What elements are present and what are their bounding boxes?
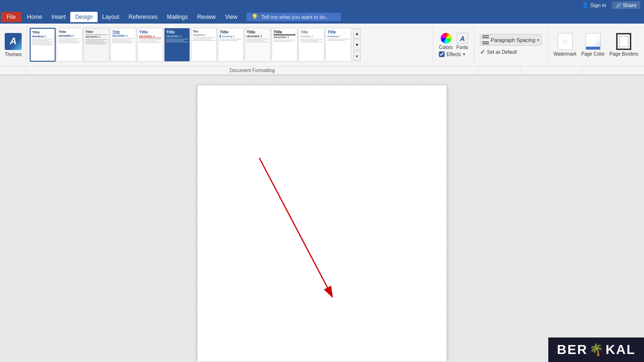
style-item-1[interactable]: Title Heading 1 [30, 28, 56, 62]
signin-button[interactable]: 👤 Sign in [578, 1, 610, 9]
menu-item-view[interactable]: View [221, 12, 242, 22]
effects-row: Effects ▾ [439, 51, 468, 57]
menu-bar: File Home Insert Design Layout Reference… [0, 10, 644, 24]
paragraph-spacing-section: Paragraph Spacing ▾ ✓ Set as Default [474, 25, 548, 64]
colors-button[interactable]: Colors [439, 33, 453, 50]
set-default-checkmark: ✓ [480, 49, 485, 56]
gallery-scroll: ▲ ▼ ▾ [353, 28, 361, 61]
menu-item-file[interactable]: File [1, 12, 21, 22]
menu-item-insert[interactable]: Insert [47, 12, 70, 22]
paragraph-spacing-dropdown-icon: ▾ [537, 38, 539, 42]
effects-dropdown-icon: ▾ [463, 52, 465, 57]
paragraph-spacing-icon [482, 35, 489, 44]
gallery-scroll-up[interactable]: ▲ [353, 28, 361, 39]
themes-icon: A [5, 33, 22, 50]
colors-icon [440, 33, 452, 44]
style-item-11[interactable]: Title Heading 1 [298, 28, 324, 62]
themes-section: A Themes [0, 25, 27, 64]
style-item-6[interactable]: Title HEADING 1 [164, 28, 190, 62]
page-color-button[interactable]: Page Color [581, 33, 605, 57]
share-icon: 🔗 [616, 3, 621, 8]
menu-item-layout[interactable]: Layout [98, 12, 124, 22]
logo-text-right: KAL [605, 342, 636, 357]
menu-item-mailings[interactable]: Mailings [162, 12, 192, 22]
style-item-9[interactable]: Title HEADING 1 [245, 28, 271, 62]
style-item-10[interactable]: Title HEADING 1 [272, 28, 297, 62]
document-page [197, 85, 447, 361]
menu-item-design[interactable]: Design [70, 12, 97, 22]
style-item-7[interactable]: Tru Heading 1 [191, 28, 217, 62]
watermark-icon: W [558, 33, 573, 50]
style-item-2[interactable]: Title HEADING 1 [57, 28, 83, 62]
search-box[interactable]: 💡 Tell me what you want to do... [247, 13, 341, 21]
menu-item-home[interactable]: Home [22, 12, 47, 22]
themes-button[interactable]: A Themes [5, 33, 22, 57]
person-icon: 👤 [582, 2, 589, 8]
gallery-scroll-down[interactable]: ▼ [353, 40, 361, 50]
style-item-12[interactable]: Title Heading 1 [325, 28, 351, 62]
share-button[interactable]: 🔗 Share [612, 1, 640, 9]
page-color-icon [586, 33, 601, 50]
set-as-default-row: ✓ Set as Default [480, 49, 542, 56]
paragraph-spacing-button[interactable]: Paragraph Spacing ▾ [480, 34, 542, 46]
colors-fonts-section: Colors A Fonts Effects ▾ [433, 25, 474, 64]
section-label-colors-fonts [479, 66, 521, 74]
main-area [0, 75, 644, 361]
page-borders-button[interactable]: Page Borders [610, 33, 638, 57]
fonts-icon: A [457, 33, 468, 44]
page-borders-icon [616, 33, 631, 50]
section-label-themes [0, 66, 26, 74]
menu-item-review[interactable]: Review [192, 12, 220, 22]
style-item-5[interactable]: Title HEADING 1 [137, 28, 163, 62]
watermark-button[interactable]: W Watermark [553, 33, 577, 57]
section-label-document-formatting: Document Formatting [26, 66, 479, 74]
page-background-section: W Watermark Page Color Page Borders [548, 25, 644, 64]
style-item-8[interactable]: Title Heading 1 [218, 28, 244, 62]
gallery-more[interactable]: ▾ [353, 51, 361, 61]
section-label-page-background [583, 66, 644, 74]
ribbon: A Themes Title Heading 1 Title [0, 24, 644, 75]
menu-item-references[interactable]: References [124, 12, 162, 22]
style-item-4[interactable]: Title HEADING 1 [110, 28, 136, 62]
section-label-paragraph-spacing [521, 66, 583, 74]
bottom-logo: BER 🌴 KAL [548, 337, 644, 362]
logo-text-left: BER [557, 342, 587, 357]
style-item-3[interactable]: Title HEADING 1 [83, 28, 109, 62]
search-icon: 💡 [251, 14, 258, 20]
logo-icon: 🌴 [589, 343, 603, 356]
effects-checkbox[interactable] [439, 51, 445, 57]
style-gallery-section: Title Heading 1 Title HEADING 1 [27, 25, 433, 64]
fonts-button[interactable]: A Fonts [456, 33, 468, 50]
